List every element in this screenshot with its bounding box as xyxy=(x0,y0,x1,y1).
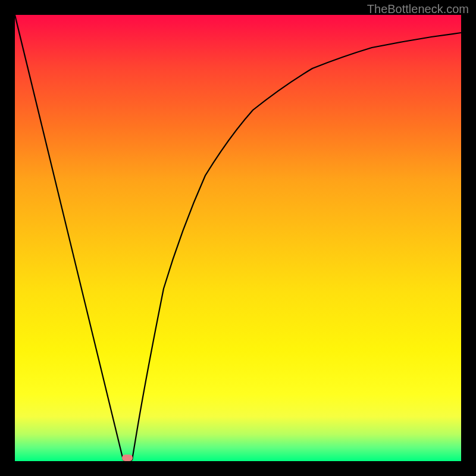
optimal-point-marker xyxy=(122,455,133,461)
chart-frame xyxy=(0,0,476,476)
bottleneck-curve xyxy=(15,15,461,461)
watermark-text: TheBottleneck.com xyxy=(367,2,469,16)
